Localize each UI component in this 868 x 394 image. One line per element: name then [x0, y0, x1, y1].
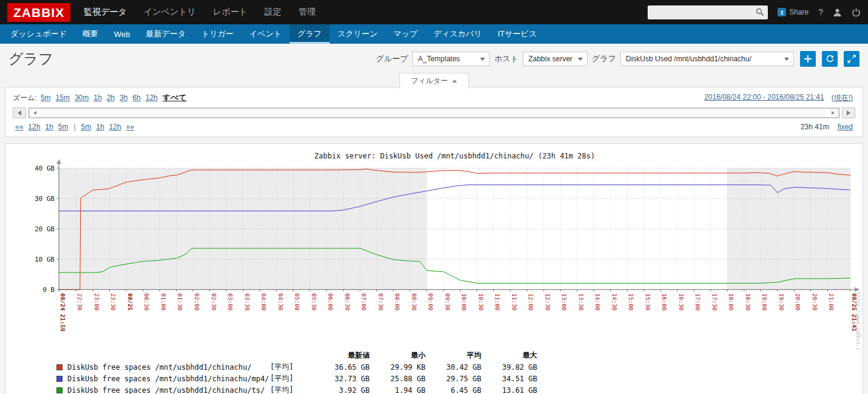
time-range-link[interactable]: 2016/08/24 22:00 - 2016/08/25 21:41 [704, 93, 824, 103]
nav-back-fast[interactable]: «« [15, 123, 23, 131]
period-info: 23h 41m fixed [801, 123, 855, 131]
filter-toggle-tab[interactable]: フィルター [399, 73, 469, 89]
svg-text:12:30: 12:30 [544, 293, 551, 311]
zoom-12h[interactable]: 12h [146, 93, 158, 102]
svg-text:08/25: 08/25 [127, 293, 134, 311]
legend-header-avg: 平均 [426, 350, 481, 362]
svg-text:18:30: 18:30 [745, 293, 751, 311]
time-now-link[interactable]: (現在!) [832, 93, 853, 103]
top-bar: ZABBIX 監視データ インベントリ レポート 設定 管理 z Share ? [0, 0, 868, 24]
zoom-all[interactable]: すべて [163, 92, 187, 103]
svg-text:09:30: 09:30 [444, 293, 451, 311]
menu-administration[interactable]: 管理 [299, 7, 316, 18]
nav-fwd-fast[interactable]: »» [126, 123, 134, 131]
menu-configuration[interactable]: 設定 [265, 7, 282, 18]
scroll-left-button[interactable] [13, 107, 26, 118]
subnav-events[interactable]: イベント [242, 24, 290, 44]
svg-text:12:00: 12:00 [527, 293, 534, 311]
host-select[interactable]: Zabbix server [523, 52, 588, 66]
time-filter-panel: ズーム: 5m 15m 30m 1h 2h 3h 6h 12h すべて 2016… [5, 87, 863, 137]
legend-table: 最新値 最小 平均 最大 DiskUsb free spaces /mnt/us… [56, 350, 537, 394]
zoom-30m[interactable]: 30m [75, 93, 89, 102]
nav-back-5m[interactable]: 5m [58, 123, 69, 131]
svg-text:07:30: 07:30 [378, 293, 384, 311]
timeline-slider[interactable] [29, 108, 839, 118]
subnav-latest-data[interactable]: 最新データ [138, 24, 194, 44]
slider-right-arrow-icon[interactable] [832, 111, 836, 115]
subnav-it-services[interactable]: ITサービス [490, 24, 544, 44]
graph-label: グラフ [592, 53, 616, 64]
subnav-discovery[interactable]: ディスカバリ [426, 24, 490, 44]
svg-text:10 GB: 10 GB [35, 256, 55, 263]
group-select[interactable]: A_Templates [412, 52, 490, 66]
svg-text:17:30: 17:30 [711, 293, 718, 311]
subnav-web[interactable]: Web [106, 24, 138, 44]
svg-text:03:30: 03:30 [244, 293, 251, 311]
svg-text:https://www.zabbix.com: https://www.zabbix.com [855, 292, 861, 350]
zabbix-logo[interactable]: ZABBIX [7, 3, 70, 22]
search-icon[interactable] [756, 8, 764, 16]
svg-text:02:30: 02:30 [211, 293, 217, 311]
svg-text:08/24 21:59: 08/24 21:59 [59, 293, 66, 331]
subnav-dashboard[interactable]: ダッシュボード [2, 24, 75, 44]
graph-select[interactable]: DiskUsb Used /mnt/usbhdd1/chinachu/ [620, 52, 794, 66]
top-right: z Share ? [648, 5, 861, 19]
svg-text:23:00: 23:00 [93, 293, 100, 311]
svg-text:Zabbix server: DiskUsb Used /m: Zabbix server: DiskUsb Used /mnt/usbhdd1… [314, 152, 595, 160]
menu-monitoring[interactable]: 監視データ [84, 7, 127, 18]
graph-picker-controls: グループ A_Templates ホスト Zabbix server グラフ D… [376, 51, 860, 67]
svg-text:09:00: 09:00 [427, 293, 434, 311]
help-icon[interactable]: ? [818, 7, 823, 17]
share-link[interactable]: z Share [778, 8, 809, 16]
graph-canvas[interactable]: Zabbix server: DiskUsb Used /mnt/usbhdd1… [5, 146, 864, 350]
menu-reports[interactable]: レポート [213, 7, 248, 18]
zoom-1h[interactable]: 1h [93, 93, 101, 102]
zoom-6h[interactable]: 6h [132, 93, 140, 102]
time-range: 2016/08/24 22:00 - 2016/08/25 21:41 (現在!… [702, 93, 855, 103]
svg-text:13:00: 13:00 [561, 293, 568, 311]
svg-text:20 GB: 20 GB [35, 225, 55, 233]
right-arrow-icon [847, 110, 853, 115]
svg-text:05:00: 05:00 [294, 293, 300, 311]
svg-text:11:00: 11:00 [494, 293, 501, 311]
nav-fwd-1h[interactable]: 1h [96, 123, 104, 131]
subnav-triggers[interactable]: トリガー [194, 24, 242, 44]
timeline-track[interactable] [28, 107, 840, 118]
profile-icon[interactable] [833, 8, 842, 17]
fixed-link[interactable]: fixed [838, 123, 853, 131]
legend-header-last: 最新値 [314, 350, 370, 362]
subnav-graphs[interactable]: グラフ [290, 24, 330, 44]
svg-text:05:30: 05:30 [311, 293, 317, 311]
nav-back-1h[interactable]: 1h [45, 123, 53, 131]
scroll-right-button[interactable] [842, 107, 855, 118]
main-menu: 監視データ インベントリ レポート 設定 管理 [84, 7, 316, 18]
nav-fwd-5m[interactable]: 5m [81, 123, 92, 131]
fullscreen-button[interactable] [844, 51, 860, 67]
svg-text:06:00: 06:00 [327, 293, 334, 311]
search-input[interactable] [651, 8, 756, 16]
zoom-5m[interactable]: 5m [41, 93, 51, 102]
subnav-screens[interactable]: スクリーン [330, 24, 385, 44]
left-arrow-icon [15, 110, 21, 115]
legend-row: DiskUsb free spaces /mnt/usbhdd1/chinach… [56, 373, 537, 385]
series-swatch-blue [56, 376, 63, 382]
search-box [648, 5, 768, 19]
zoom-2h[interactable]: 2h [107, 93, 115, 102]
nav-back-12h[interactable]: 12h [28, 123, 40, 131]
slider-left-arrow-icon[interactable] [32, 111, 36, 115]
svg-text:16:00: 16:00 [661, 293, 668, 311]
subnav-overview[interactable]: 概要 [75, 24, 106, 44]
add-favourite-button[interactable] [800, 51, 816, 67]
zoom-15m[interactable]: 15m [56, 93, 70, 102]
zoom-3h[interactable]: 3h [120, 93, 127, 102]
nav-fwd-12h[interactable]: 12h [109, 123, 121, 131]
svg-text:08:00: 08:00 [394, 293, 401, 311]
subnav-maps[interactable]: マップ [385, 24, 426, 44]
svg-text:01:00: 01:00 [160, 293, 167, 311]
svg-text:17:00: 17:00 [694, 293, 701, 311]
menu-inventory[interactable]: インベントリ [144, 7, 196, 18]
logout-icon[interactable] [852, 8, 861, 17]
svg-text:07:00: 07:00 [361, 293, 367, 311]
monitoring-subnav: ダッシュボード 概要 Web 最新データ トリガー イベント グラフ スクリーン… [0, 24, 868, 44]
refresh-button[interactable] [822, 51, 838, 67]
